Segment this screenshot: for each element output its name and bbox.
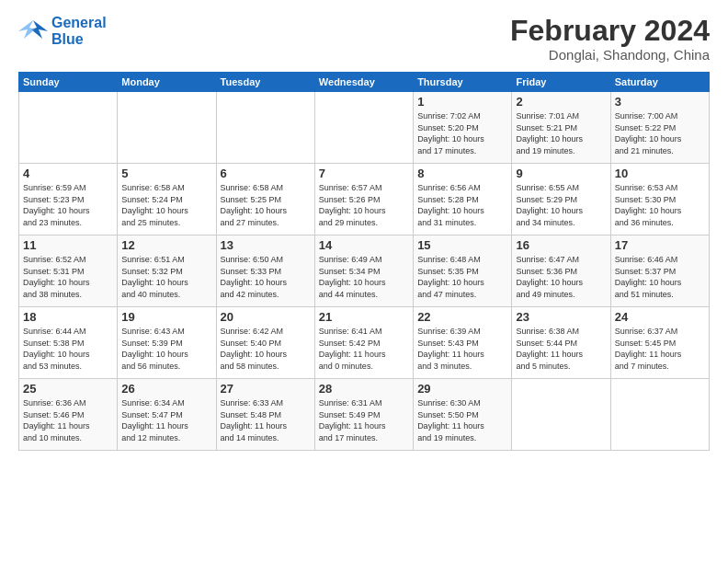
day-number: 20 — [221, 310, 311, 324]
day-number: 12 — [121, 238, 211, 252]
cell-1-7: 3Sunrise: 7:00 AM Sunset: 5:22 PM Daylig… — [610, 92, 709, 164]
col-monday: Monday — [118, 73, 216, 92]
day-number: 24 — [615, 310, 705, 324]
day-info: Sunrise: 6:59 AM Sunset: 5:23 PM Dayligh… — [23, 182, 113, 228]
day-number: 16 — [516, 238, 606, 252]
cell-3-1: 11Sunrise: 6:52 AM Sunset: 5:31 PM Dayli… — [19, 236, 118, 307]
cell-1-1 — [19, 92, 118, 164]
day-info: Sunrise: 6:51 AM Sunset: 5:32 PM Dayligh… — [121, 254, 211, 300]
day-info: Sunrise: 6:41 AM Sunset: 5:42 PM Dayligh… — [319, 326, 409, 372]
day-number: 2 — [516, 95, 606, 109]
cell-1-4 — [314, 92, 413, 164]
logo-text: General Blue — [51, 15, 107, 47]
cell-3-7: 17Sunrise: 6:46 AM Sunset: 5:37 PM Dayli… — [610, 236, 709, 307]
logo: General Blue — [18, 15, 107, 47]
cell-2-6: 9Sunrise: 6:55 AM Sunset: 5:29 PM Daylig… — [512, 164, 610, 236]
cell-3-4: 14Sunrise: 6:49 AM Sunset: 5:34 PM Dayli… — [314, 236, 413, 307]
cell-4-5: 22Sunrise: 6:39 AM Sunset: 5:43 PM Dayli… — [414, 307, 512, 379]
day-info: Sunrise: 6:46 AM Sunset: 5:37 PM Dayligh… — [615, 254, 705, 300]
cell-4-6: 23Sunrise: 6:38 AM Sunset: 5:44 PM Dayli… — [512, 307, 610, 379]
cell-2-2: 5Sunrise: 6:58 AM Sunset: 5:24 PM Daylig… — [118, 164, 216, 236]
day-number: 4 — [23, 167, 113, 180]
cell-2-1: 4Sunrise: 6:59 AM Sunset: 5:23 PM Daylig… — [19, 164, 118, 236]
cell-2-5: 8Sunrise: 6:56 AM Sunset: 5:28 PM Daylig… — [414, 164, 512, 236]
day-info: Sunrise: 6:58 AM Sunset: 5:25 PM Dayligh… — [221, 182, 311, 228]
day-info: Sunrise: 6:42 AM Sunset: 5:40 PM Dayligh… — [221, 326, 311, 372]
cell-4-2: 19Sunrise: 6:43 AM Sunset: 5:39 PM Dayli… — [118, 307, 216, 379]
cell-5-6 — [512, 379, 610, 451]
cell-3-6: 16Sunrise: 6:47 AM Sunset: 5:36 PM Dayli… — [512, 236, 610, 307]
day-info: Sunrise: 7:02 AM Sunset: 5:20 PM Dayligh… — [417, 110, 507, 156]
day-info: Sunrise: 6:34 AM Sunset: 5:47 PM Dayligh… — [121, 397, 211, 443]
cell-5-7 — [610, 379, 709, 451]
day-info: Sunrise: 6:48 AM Sunset: 5:35 PM Dayligh… — [417, 254, 507, 300]
day-number: 15 — [417, 238, 507, 252]
day-info: Sunrise: 6:57 AM Sunset: 5:26 PM Dayligh… — [319, 182, 409, 228]
day-number: 27 — [221, 382, 311, 396]
day-info: Sunrise: 6:58 AM Sunset: 5:24 PM Dayligh… — [121, 182, 211, 228]
day-info: Sunrise: 6:50 AM Sunset: 5:33 PM Dayligh… — [221, 254, 311, 300]
col-saturday: Saturday — [610, 73, 709, 92]
day-number: 9 — [516, 167, 606, 180]
day-number: 19 — [121, 310, 211, 324]
week-row-3: 11Sunrise: 6:52 AM Sunset: 5:31 PM Dayli… — [19, 236, 710, 307]
day-info: Sunrise: 6:37 AM Sunset: 5:45 PM Dayligh… — [615, 326, 705, 372]
col-sunday: Sunday — [19, 73, 118, 92]
cell-2-4: 7Sunrise: 6:57 AM Sunset: 5:26 PM Daylig… — [314, 164, 413, 236]
cell-5-2: 26Sunrise: 6:34 AM Sunset: 5:47 PM Dayli… — [118, 379, 216, 451]
day-info: Sunrise: 6:33 AM Sunset: 5:48 PM Dayligh… — [221, 397, 311, 443]
week-row-2: 4Sunrise: 6:59 AM Sunset: 5:23 PM Daylig… — [19, 164, 710, 236]
day-number: 28 — [319, 382, 409, 396]
cell-3-3: 13Sunrise: 6:50 AM Sunset: 5:33 PM Dayli… — [216, 236, 314, 307]
cell-5-1: 25Sunrise: 6:36 AM Sunset: 5:46 PM Dayli… — [19, 379, 118, 451]
day-info: Sunrise: 6:55 AM Sunset: 5:29 PM Dayligh… — [516, 182, 606, 228]
day-number: 14 — [319, 238, 409, 252]
day-number: 17 — [615, 238, 705, 252]
page-title: February 2024 — [510, 15, 710, 47]
cell-1-3 — [216, 92, 314, 164]
cell-4-4: 21Sunrise: 6:41 AM Sunset: 5:42 PM Dayli… — [314, 307, 413, 379]
page-subtitle: Donglai, Shandong, China — [510, 47, 710, 63]
week-row-1: 1Sunrise: 7:02 AM Sunset: 5:20 PM Daylig… — [19, 92, 710, 164]
cell-5-4: 28Sunrise: 6:31 AM Sunset: 5:49 PM Dayli… — [314, 379, 413, 451]
title-block: February 2024 Donglai, Shandong, China — [510, 15, 710, 63]
header-row: Sunday Monday Tuesday Wednesday Thursday… — [19, 73, 710, 92]
day-number: 1 — [417, 95, 507, 109]
day-number: 29 — [417, 382, 507, 396]
header: General Blue February 2024 Donglai, Shan… — [18, 15, 710, 63]
col-wednesday: Wednesday — [314, 73, 413, 92]
page: General Blue February 2024 Donglai, Shan… — [0, 0, 728, 563]
cell-1-5: 1Sunrise: 7:02 AM Sunset: 5:20 PM Daylig… — [414, 92, 512, 164]
cell-5-3: 27Sunrise: 6:33 AM Sunset: 5:48 PM Dayli… — [216, 379, 314, 451]
calendar-table: Sunday Monday Tuesday Wednesday Thursday… — [18, 72, 710, 451]
day-info: Sunrise: 6:38 AM Sunset: 5:44 PM Dayligh… — [516, 326, 606, 372]
day-number: 3 — [615, 95, 705, 109]
logo-icon — [18, 18, 48, 44]
week-row-5: 25Sunrise: 6:36 AM Sunset: 5:46 PM Dayli… — [19, 379, 710, 451]
day-number: 26 — [121, 382, 211, 396]
cell-3-5: 15Sunrise: 6:48 AM Sunset: 5:35 PM Dayli… — [414, 236, 512, 307]
day-number: 8 — [417, 167, 507, 180]
day-info: Sunrise: 6:53 AM Sunset: 5:30 PM Dayligh… — [615, 182, 705, 228]
day-number: 21 — [319, 310, 409, 324]
week-row-4: 18Sunrise: 6:44 AM Sunset: 5:38 PM Dayli… — [19, 307, 710, 379]
day-number: 5 — [121, 167, 211, 180]
day-info: Sunrise: 6:52 AM Sunset: 5:31 PM Dayligh… — [23, 254, 113, 300]
day-info: Sunrise: 6:31 AM Sunset: 5:49 PM Dayligh… — [319, 397, 409, 443]
day-info: Sunrise: 6:56 AM Sunset: 5:28 PM Dayligh… — [417, 182, 507, 228]
cell-4-1: 18Sunrise: 6:44 AM Sunset: 5:38 PM Dayli… — [19, 307, 118, 379]
cell-4-3: 20Sunrise: 6:42 AM Sunset: 5:40 PM Dayli… — [216, 307, 314, 379]
day-info: Sunrise: 6:49 AM Sunset: 5:34 PM Dayligh… — [319, 254, 409, 300]
cell-1-2 — [118, 92, 216, 164]
day-number: 23 — [516, 310, 606, 324]
day-number: 25 — [23, 382, 113, 396]
day-number: 22 — [417, 310, 507, 324]
day-number: 13 — [221, 238, 311, 252]
day-number: 10 — [615, 167, 705, 180]
day-number: 11 — [23, 238, 113, 252]
day-number: 7 — [319, 167, 409, 180]
col-tuesday: Tuesday — [216, 73, 314, 92]
day-info: Sunrise: 6:47 AM Sunset: 5:36 PM Dayligh… — [516, 254, 606, 300]
day-info: Sunrise: 6:39 AM Sunset: 5:43 PM Dayligh… — [417, 326, 507, 372]
cell-2-3: 6Sunrise: 6:58 AM Sunset: 5:25 PM Daylig… — [216, 164, 314, 236]
